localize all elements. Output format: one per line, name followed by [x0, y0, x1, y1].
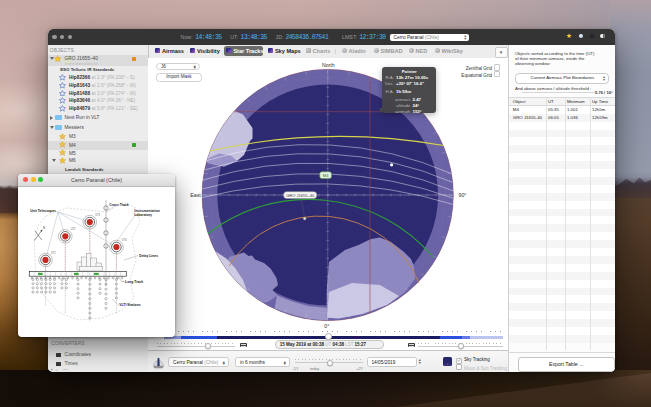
svg-text:Cross Track: Cross Track — [109, 203, 128, 207]
svg-text:0°: 0° — [324, 323, 329, 329]
svg-text:– Long Track: – Long Track — [122, 280, 143, 284]
svg-text:UT2: UT2 — [70, 228, 75, 232]
svg-text:GRO J1655–40: GRO J1655–40 — [286, 193, 315, 198]
svg-text:UT1: UT1 — [51, 251, 56, 255]
svg-text:UT4: UT4 — [121, 238, 126, 242]
svg-text:90°: 90° — [459, 192, 467, 198]
svg-text:Unit Telescopes: Unit Telescopes — [30, 209, 56, 213]
svg-text:UT3: UT3 — [95, 213, 100, 217]
svg-text:Laboratory: Laboratory — [134, 213, 152, 217]
svg-text:N: N — [43, 227, 45, 231]
svg-text:VLTI Stations: VLTI Stations — [119, 303, 140, 307]
svg-text:Delay Lines: Delay Lines — [139, 254, 158, 258]
svg-text:M4: M4 — [323, 173, 329, 178]
svg-text:North: North — [322, 62, 335, 68]
svg-text:East: East — [190, 192, 201, 198]
